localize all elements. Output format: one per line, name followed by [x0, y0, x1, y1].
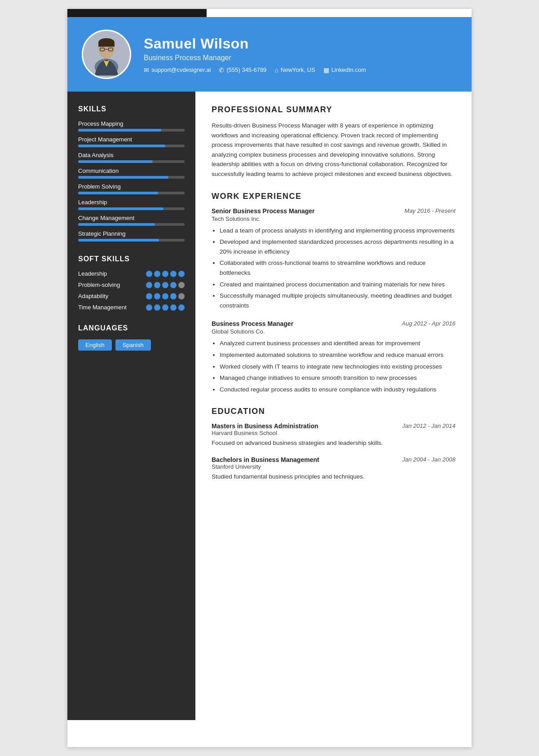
header-info: Samuel Wilson Business Process Manager ✉…	[144, 35, 366, 74]
job-company: Tech Solutions Inc.	[212, 215, 455, 222]
edu-header: Bachelors in Business Management Jan 200…	[212, 456, 455, 463]
job-title: Business Process Manager	[212, 320, 293, 327]
skill-bar-fill	[78, 207, 163, 210]
dot	[146, 271, 152, 277]
email-contact: ✉ support@cvdesigner.ai	[144, 66, 211, 74]
job-bullets: Analyzed current business processes and …	[212, 338, 455, 394]
linkedin-icon: ▦	[323, 66, 329, 74]
job-header: Business Process Manager Aug 2012 - Apr …	[212, 320, 455, 327]
soft-skill-name: Time Management	[78, 304, 127, 311]
edu-school: Stanford University	[212, 463, 455, 470]
experience-section: WORK EXPERIENCE Senior Business Process …	[212, 192, 455, 395]
phone-value: (555) 345-6789	[226, 66, 266, 73]
dot	[154, 271, 160, 277]
summary-text: Results-driven Business Process Manager …	[212, 121, 455, 179]
soft-skill-item: Time Management	[78, 304, 185, 311]
language-badge: English	[78, 339, 112, 351]
edu-degree: Bachelors in Business Management	[212, 456, 319, 463]
skill-bar	[78, 192, 185, 194]
skill-name: Problem Solving	[78, 183, 185, 190]
education-title: EDUCATION	[212, 407, 455, 416]
main-content: PROFESSIONAL SUMMARY Results-driven Busi…	[195, 92, 472, 720]
education-section: EDUCATION Masters in Business Administra…	[212, 407, 455, 481]
skill-name: Process Mapping	[78, 120, 185, 127]
skill-name: Leadership	[78, 199, 185, 206]
dot	[178, 282, 185, 288]
candidate-name: Samuel Wilson	[144, 35, 366, 52]
job-date: May 2016 - Present	[405, 207, 455, 214]
skill-bar-fill	[78, 145, 165, 147]
edu-date: Jan 2012 - Jan 2014	[402, 422, 455, 429]
skill-bar	[78, 176, 185, 179]
avatar	[82, 30, 131, 79]
soft-skill-item: Problem-solving	[78, 281, 185, 288]
soft-skill-item: Leadership	[78, 270, 185, 277]
skill-bar	[78, 239, 185, 242]
education-item: Masters in Business Administration Jan 2…	[212, 422, 455, 448]
skill-bar-fill	[78, 223, 155, 226]
skills-title: SKILLS	[78, 105, 185, 113]
skill-item: Strategic Planning	[78, 230, 185, 242]
dots	[146, 282, 185, 288]
soft-skills-section: SOFT SKILLS Leadership Problem-solving A…	[78, 255, 185, 311]
skill-bar-fill	[78, 129, 161, 132]
job-title: Senior Business Process Manager	[212, 207, 315, 215]
email-value: support@cvdesigner.ai	[151, 66, 211, 73]
resume-header: Samuel Wilson Business Process Manager ✉…	[67, 17, 472, 92]
email-icon: ✉	[144, 66, 149, 74]
dot	[170, 271, 177, 277]
phone-contact: ✆ (555) 345-6789	[219, 66, 266, 74]
skill-name: Data Analysis	[78, 152, 185, 158]
sidebar: SKILLS Process Mapping Project Managemen…	[67, 92, 195, 720]
soft-skill-name: Adaptability	[78, 293, 108, 299]
soft-skill-item: Adaptability	[78, 293, 185, 299]
dot	[162, 271, 168, 277]
skill-item: Change Management	[78, 215, 185, 226]
edu-desc: Studied fundamental business principles …	[212, 472, 455, 482]
phone-icon: ✆	[219, 66, 224, 74]
dot	[178, 304, 185, 311]
skill-item: Process Mapping	[78, 120, 185, 132]
skill-item: Data Analysis	[78, 152, 185, 163]
dot	[146, 282, 152, 288]
dot	[170, 293, 177, 299]
job-bullet: Managed change initiatives to ensure smo…	[220, 373, 455, 383]
languages-title: LANGUAGES	[78, 324, 185, 332]
languages-list: EnglishSpanish	[78, 339, 185, 351]
soft-skill-name: Leadership	[78, 270, 107, 277]
job-bullets: Lead a team of process analysts in ident…	[212, 226, 455, 311]
candidate-title: Business Process Manager	[144, 54, 366, 62]
resume-wrapper: Samuel Wilson Business Process Manager ✉…	[67, 9, 472, 747]
skill-bar	[78, 145, 185, 147]
education-item: Bachelors in Business Management Jan 200…	[212, 456, 455, 482]
edu-desc: Focused on advanced business strategies …	[212, 438, 455, 448]
skill-item: Project Management	[78, 136, 185, 147]
skill-item: Communication	[78, 167, 185, 179]
resume-body: SKILLS Process Mapping Project Managemen…	[67, 92, 472, 720]
soft-skill-name: Problem-solving	[78, 281, 120, 288]
edu-header: Masters in Business Administration Jan 2…	[212, 422, 455, 430]
language-badge: Spanish	[115, 339, 151, 351]
skill-name: Strategic Planning	[78, 230, 185, 237]
skills-section: SKILLS Process Mapping Project Managemen…	[78, 105, 185, 242]
linkedin-value: LinkedIn.com	[331, 66, 366, 73]
job-bullet: Successfully managed multiple projects s…	[220, 291, 455, 310]
location-value: NewYork, US	[281, 66, 315, 73]
job-bullet: Implemented automated solutions to strea…	[220, 350, 455, 360]
skill-bar-fill	[78, 239, 159, 242]
summary-title: PROFESSIONAL SUMMARY	[212, 105, 455, 114]
skill-name: Change Management	[78, 215, 185, 221]
edu-school: Harvard Business School	[212, 430, 455, 436]
skill-item: Leadership	[78, 199, 185, 210]
location-icon: ⌂	[274, 66, 278, 74]
dot	[162, 304, 168, 311]
skill-name: Project Management	[78, 136, 185, 143]
dot	[162, 282, 168, 288]
dot	[154, 293, 160, 299]
dots	[146, 271, 185, 277]
soft-skills-title: SOFT SKILLS	[78, 255, 185, 263]
top-bar	[67, 9, 207, 17]
dot	[154, 282, 160, 288]
skill-bar-fill	[78, 176, 168, 179]
dot	[178, 271, 185, 277]
